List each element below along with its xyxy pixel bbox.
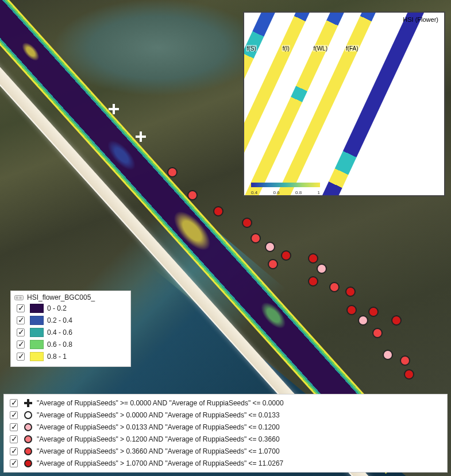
sample-point-marker[interactable]	[187, 190, 198, 200]
sample-point-marker[interactable]	[404, 369, 414, 380]
layer-visibility-checkbox[interactable]	[17, 340, 25, 349]
sample-point-marker[interactable]	[346, 305, 357, 315]
layer-visibility-checkbox[interactable]	[17, 304, 25, 312]
raster-legend-row: 0.8 - 1	[14, 351, 127, 362]
sample-point-marker[interactable]	[281, 250, 291, 261]
points-legend-row: "Average of RuppiaSeeds" > 0.0133 AND "A…	[7, 421, 444, 433]
tick-label: 0.8	[295, 190, 302, 195]
sample-point-marker[interactable]	[358, 315, 368, 326]
legend-class-label: 0 - 0.2	[47, 304, 67, 312]
sample-point-marker[interactable]	[383, 350, 393, 360]
raster-legend-row: 0.4 - 0.6	[14, 327, 127, 338]
legend-class-label: "Average of RuppiaSeeds" > 0.0133 AND "A…	[37, 423, 280, 431]
legend-class-label: "Average of RuppiaSeeds" > 0.1200 AND "A…	[37, 435, 280, 443]
sample-point-marker[interactable]	[109, 104, 119, 114]
sample-point-marker[interactable]	[242, 218, 252, 228]
points-legend-row: "Average of RuppiaSeeds" > 0.0000 AND "A…	[7, 409, 444, 421]
legend-class-label: "Average of RuppiaSeeds" > 1.0700 AND "A…	[37, 459, 283, 467]
sample-point-marker[interactable]	[308, 253, 318, 264]
tick-label: 0.6	[273, 190, 280, 195]
circle-icon	[23, 458, 33, 469]
layer-visibility-checkbox[interactable]	[10, 459, 18, 467]
inset-colorbar	[251, 183, 320, 187]
inset-label: f(WL)	[313, 45, 328, 52]
raster-legend-row: 0.2 - 0.4	[14, 315, 127, 326]
points-legend-row: "Average of RuppiaSeeds" > 0.3660 AND "A…	[7, 446, 444, 457]
sample-point-marker[interactable]	[368, 307, 379, 317]
sample-point-marker[interactable]	[345, 287, 356, 297]
inset-colorbar-ticks: 0.4 0.6 0.8 1	[251, 190, 320, 195]
points-legend-row: "Average of RuppiaSeeds" > 1.0700 AND "A…	[7, 458, 444, 469]
sample-point-marker[interactable]	[213, 206, 223, 216]
legend-swatch	[30, 316, 44, 325]
layer-visibility-checkbox[interactable]	[10, 411, 18, 419]
inset-label: f(I)	[282, 45, 290, 52]
sample-point-marker[interactable]	[329, 282, 340, 292]
layer-visibility-checkbox[interactable]	[17, 316, 25, 324]
map-view[interactable]: HSI_flower_BGC005_ 0 - 0.20.2 - 0.40.4 -…	[0, 0, 451, 476]
tick-label: 0.4	[251, 190, 257, 195]
raster-legend-row: 0.6 - 0.8	[14, 339, 127, 350]
inset-title: HSI (Flower)	[403, 16, 438, 23]
raster-legend-title: HSI_flower_BGC005_	[27, 293, 95, 301]
sample-point-marker[interactable]	[308, 276, 318, 287]
layer-visibility-checkbox[interactable]	[17, 328, 25, 336]
legend-class-label: 0.2 - 0.4	[47, 316, 72, 324]
circle-icon	[23, 434, 33, 444]
points-legend-row: "Average of RuppiaSeeds" > 0.1200 AND "A…	[7, 434, 444, 445]
svg-rect-2	[20, 297, 22, 299]
legend-swatch	[30, 304, 44, 313]
legend-class-label: "Average of RuppiaSeeds" >= 0.0000 AND "…	[37, 399, 284, 407]
circle-icon	[23, 446, 33, 456]
tick-label: 1	[318, 190, 320, 195]
sample-point-marker[interactable]	[265, 242, 275, 252]
raster-legend-row: 0 - 0.2	[14, 303, 127, 314]
circle-icon	[23, 422, 33, 432]
points-legend-row: "Average of RuppiaSeeds" >= 0.0000 AND "…	[7, 397, 444, 409]
layer-visibility-checkbox[interactable]	[10, 423, 18, 431]
legend-swatch	[30, 340, 44, 349]
sample-point-marker[interactable]	[400, 355, 410, 366]
layer-visibility-checkbox[interactable]	[10, 399, 18, 407]
sample-point-marker[interactable]	[250, 233, 261, 243]
svg-rect-1	[16, 297, 18, 299]
points-legend-panel: "Average of RuppiaSeeds" >= 0.0000 AND "…	[3, 394, 448, 473]
inset-label: f(FA)	[345, 45, 359, 52]
inset-panel: HSI (Flower) f(S) f(I) f(WL) f(FA) 0.4 0…	[243, 11, 445, 196]
plus-icon	[23, 398, 33, 408]
inset-label: f(S)	[246, 45, 257, 52]
legend-swatch	[30, 352, 44, 361]
legend-class-label: 0.4 - 0.6	[47, 328, 72, 336]
sample-point-marker[interactable]	[136, 131, 146, 142]
layer-group-icon	[14, 293, 24, 301]
layer-visibility-checkbox[interactable]	[17, 353, 25, 361]
sample-point-marker[interactable]	[268, 259, 278, 269]
layer-visibility-checkbox[interactable]	[10, 447, 18, 455]
legend-swatch	[30, 328, 44, 337]
legend-class-label: 0.8 - 1	[47, 353, 67, 361]
sample-point-marker[interactable]	[391, 315, 402, 326]
sample-point-marker[interactable]	[317, 264, 327, 274]
raster-legend-panel: HSI_flower_BGC005_ 0 - 0.20.2 - 0.40.4 -…	[10, 291, 131, 367]
legend-class-label: "Average of RuppiaSeeds" > 0.0000 AND "A…	[37, 411, 280, 419]
layer-visibility-checkbox[interactable]	[10, 435, 18, 443]
legend-class-label: "Average of RuppiaSeeds" > 0.3660 AND "A…	[37, 447, 280, 455]
sample-point-marker[interactable]	[372, 328, 383, 338]
circle-icon	[23, 410, 33, 420]
sample-point-marker[interactable]	[167, 167, 178, 177]
legend-class-label: 0.6 - 0.8	[47, 340, 72, 349]
